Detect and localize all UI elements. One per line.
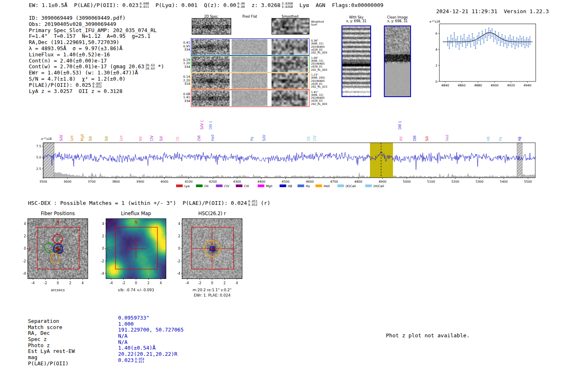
cutout-smoothed-row1: [272, 39, 308, 55]
svg-text:4: 4: [81, 281, 84, 285]
svg-text:4300: 4300: [233, 180, 241, 183]
header-stat-text: P(LAE)/P(OII): 0.023: [74, 2, 139, 8]
cutout-right-labels: 1.09"(698, 31)20190405v028_01202_RL_003: [311, 57, 330, 72]
svg-text:4500: 4500: [282, 180, 290, 183]
header-stats: EW: 1.1±0.5ÅP(LAE)/P(OII): 0.0230.0480.0…: [29, 2, 390, 8]
svg-text:0: 0: [24, 247, 26, 251]
info-line: EWr = 1.40(±0.53) (w: 1.30(±0.47))Å: [29, 70, 164, 76]
cutout-2dspec-row4: [192, 90, 230, 106]
svg-text:0: 0: [178, 247, 180, 251]
svg-text:e-17x2Å: e-17x2Å: [430, 20, 440, 24]
match-row-value: 191.229700, 50.727065: [118, 327, 183, 333]
cutout-left-labels: 0.142.20314: [182, 75, 190, 86]
header-stat: z: 3.02683.02683.0268: [251, 2, 293, 8]
stacked-uncertainty: 20.6320.63: [146, 64, 155, 70]
match-value-text: 20.22(20.21,20.22)R: [118, 351, 177, 357]
emission-line-label: SiIV: [60, 135, 63, 141]
header-stat-text: Lyα: [300, 2, 309, 8]
info-line: ID: 3090069449 (3090069449.pdf): [29, 15, 164, 21]
svg-text:-2: -2: [44, 281, 47, 285]
info-line: Cont(n) = 2.40(±0.00)e-17: [29, 58, 164, 64]
emission-line-label: CIV: [313, 135, 317, 141]
emission-line-label: SiII: [105, 136, 109, 141]
text-segment: EWr = 1.40(±0.53) (w: 1.30(±0.47))Å: [29, 70, 138, 76]
match-row-label: Est LyA rest-EW: [28, 348, 75, 355]
marked-fiber-circle: [45, 243, 54, 253]
cutout-right-labels: 1.23"(698, 205)20190405v028_01202_RL_023: [311, 74, 330, 88]
match-row-label: P(LAE)/P(OII): [28, 361, 75, 367]
lineflux-map-panel: -4-2024-4-2024NE: [94, 216, 178, 288]
legend-label: (K)CaII: [346, 184, 356, 188]
text-segment: Primary Spec_Slot_IFU_AMP: 202_035_074_R…: [29, 28, 157, 34]
compass-north: N: [56, 220, 59, 224]
match-table-labels: SeparationMatch scoreRA, DecSpec zPhoto …: [28, 318, 75, 367]
header-stat-text: P(Lyα): 0.001: [156, 2, 197, 8]
hsc-xlabel2: EWr: 1. PLAE: 0.024: [170, 293, 254, 297]
emission-line-label: Hγ: [499, 137, 502, 141]
emission-line-label: Hγ: [250, 137, 254, 141]
svg-text:2: 2: [24, 234, 26, 238]
svg-text:4800: 4800: [354, 180, 362, 183]
text-segment: LineFlux = 1.40(±0.52)e-16: [29, 52, 110, 58]
cutout-right-label: 202_RL_003: [311, 51, 330, 54]
legend-label: HeII: [324, 184, 330, 188]
svg-text:5200: 5200: [451, 180, 459, 183]
legend-swatch: [258, 185, 264, 188]
match-row-label: Spec z: [28, 336, 75, 343]
match-value-text: 1.000: [118, 321, 134, 327]
svg-text:-2: -2: [198, 281, 201, 285]
fiber-circle: [67, 252, 77, 262]
info-line: Primary Spec_Slot_IFU_AMP: 202_035_074_R…: [29, 28, 164, 34]
cutout-pixelflat-row1: [232, 39, 267, 55]
cutout-2dspec-row2: [192, 56, 230, 72]
svg-text:5100: 5100: [427, 180, 435, 183]
emission-line-label: HeII: [446, 135, 449, 141]
svg-text:3800: 3800: [112, 180, 120, 183]
with-sky-title: With Sky: [341, 16, 372, 19]
line-fit-zoom-plot: 4840486048804900492049400246e-17x2Å: [427, 19, 539, 92]
with-sky-coords: x, y: 698, 31: [341, 19, 372, 23]
with-sky-panel: With Sky x, y: 698, 31: [341, 16, 372, 23]
emission-line-label: Lyα: [70, 135, 74, 141]
legend-label: (H)CaII: [374, 184, 384, 188]
fiber-positions-panel: -4-2024-4-2024NE: [16, 216, 100, 288]
legend-label: MgII: [266, 184, 272, 188]
legend-swatch: [216, 185, 223, 188]
info-line: λ = 4893.95Å σ = 9.97(±3.86)Å: [29, 46, 164, 52]
match-row-label: Match score: [28, 325, 75, 331]
svg-text:3700: 3700: [88, 180, 95, 183]
match-row-value: 0.0959733": [118, 315, 183, 321]
header-stat: Q(z): 0.000.000.00: [204, 2, 245, 8]
clean-image-title: Clean Image: [383, 16, 412, 19]
svg-text:0: 0: [435, 80, 437, 84]
svg-text:4: 4: [435, 48, 437, 51]
cutout-2dspec-row3: [192, 73, 230, 89]
svg-text:4: 4: [160, 281, 162, 285]
stacked-bottom: 0.00: [237, 5, 245, 9]
emission-line-label: Hβ: [518, 137, 522, 141]
cutout-pixelflat-row2: [232, 56, 267, 72]
emission-line-label: SiIV {: [200, 120, 204, 130]
legend-swatch: [337, 185, 344, 188]
cutout-left-label: 314: [182, 82, 190, 86]
emission-line-label: SiII: [160, 136, 163, 141]
header-meta: 2024-12-21 11:29:31 Version 1.22.3: [423, 2, 549, 21]
text-segment: F=1.4" T=0.157 N=1.12 A=0.95 g=25.1: [29, 33, 151, 39]
info-line: P(LAE)/P(OII): 0.0250.0470.012: [29, 82, 164, 88]
svg-text:5.0: 5.0: [36, 155, 41, 159]
hsc-dex-matches-line: HSC-DEX : Possible Matches = 1 (within +…: [28, 200, 270, 206]
report-page: EW: 1.1±0.5ÅP(LAE)/P(OII): 0.0230.0480.0…: [0, 0, 576, 392]
svg-text:-2: -2: [177, 260, 180, 263]
cutout-right-labels: 0.36"(698, 31)20190405v028_02202_RL_003: [311, 39, 330, 54]
svg-text:4940: 4940: [523, 84, 531, 87]
info-line: Obs: 20190405v028_3090069449: [29, 21, 164, 28]
legend-label: OII: [204, 184, 208, 188]
svg-text:2: 2: [102, 234, 104, 238]
emission-line-label: MgII: [81, 134, 84, 141]
compass-east: E: [107, 247, 109, 251]
hscdex-suffix: (r): [258, 200, 270, 206]
lineflux-map-overlay: -4-2024-4-2024NE: [94, 216, 178, 288]
match-row-label: Separation: [28, 318, 75, 325]
header-stat-text: Q(z): 0.00: [204, 2, 236, 8]
match-table-values: 0.0959733"1.000191.229700, 50.727065N/AN…: [118, 315, 183, 364]
